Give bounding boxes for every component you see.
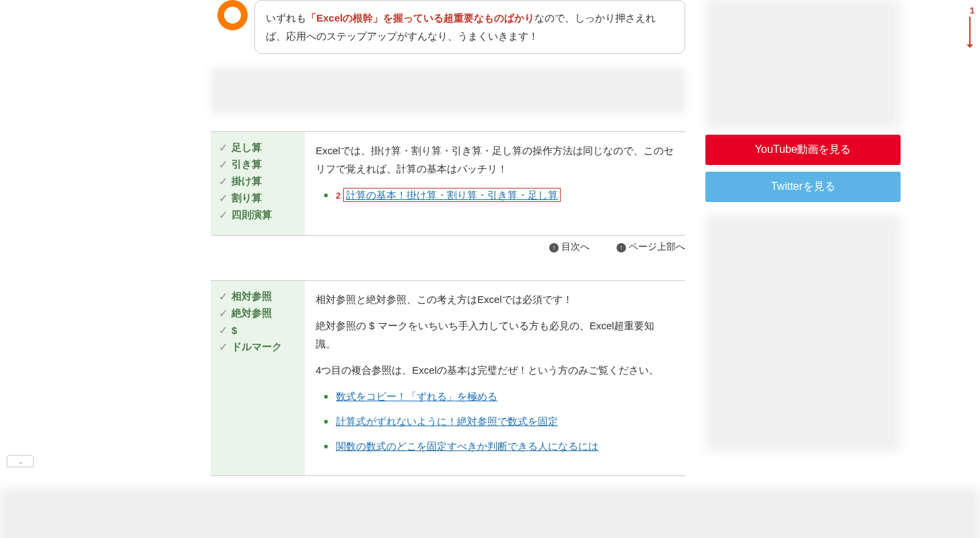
topic-body: 相対参照と絶対参照、この考え方はExcelでは必須です！ 絶対参照の $ マーク… bbox=[305, 281, 685, 475]
topic-text: 相対参照と絶対参照、この考え方はExcelでは必須です！ bbox=[316, 290, 674, 308]
tag-label: 引き算 bbox=[232, 158, 262, 171]
tag-item: ✓ドルマーク bbox=[219, 341, 297, 354]
mascot-icon bbox=[217, 0, 248, 30]
scroll-indicator: 1 bbox=[965, 5, 975, 59]
topic-arithmetic: ✓足し算 ✓引き算 ✓掛け算 ✓割り算 ✓四則演算 Excelでは、掛け算・割り… bbox=[211, 131, 685, 236]
tag-item: ✓$ bbox=[219, 324, 297, 337]
tag-item: ✓絶対参照 bbox=[219, 307, 297, 320]
article-link[interactable]: 関数の数式のどこを固定すべきか判断できる人になるには bbox=[336, 440, 598, 452]
check-icon: ✓ bbox=[219, 341, 228, 354]
twitter-button[interactable]: Twitterを見る bbox=[705, 172, 901, 202]
collapse-button[interactable]: ⌄ bbox=[7, 455, 34, 467]
ad-placeholder bbox=[211, 67, 685, 114]
tag-label: ドルマーク bbox=[232, 341, 282, 354]
sidebar-list-blur bbox=[705, 215, 901, 451]
article-link[interactable]: 計算式がずれないように！絶対参照で数式を固定 bbox=[336, 415, 558, 427]
check-icon: ✓ bbox=[219, 141, 228, 154]
intro-text: いずれも「Excelの根幹」を握っている超重要なものばかりなので、しっかり押さえ… bbox=[254, 0, 685, 54]
check-icon: ✓ bbox=[219, 192, 228, 205]
tag-label: 相対参照 bbox=[232, 290, 272, 303]
link-item: 数式をコピー！「ずれる」を極める bbox=[336, 387, 674, 405]
top-link[interactable]: ↑ページ上部へ bbox=[617, 241, 685, 253]
bottom-ad-blur bbox=[0, 488, 980, 538]
tag-label: 足し算 bbox=[232, 141, 262, 154]
topic-references: ✓相対参照 ✓絶対参照 ✓$ ✓ドルマーク 相対参照と絶対参照、この考え方はEx… bbox=[211, 280, 685, 476]
check-icon: ✓ bbox=[219, 290, 228, 303]
tag-item: ✓足し算 bbox=[219, 141, 297, 154]
check-icon: ✓ bbox=[219, 324, 228, 337]
toc-link[interactable]: ↑目次へ bbox=[549, 241, 590, 253]
tag-label: $ bbox=[232, 325, 237, 336]
arrow-up-icon: ↑ bbox=[549, 243, 559, 253]
topic-body: Excelでは、掛け算・割り算・引き算・足し算の操作方法は同じなので、このセリフ… bbox=[305, 132, 685, 235]
tag-label: 四則演算 bbox=[232, 209, 272, 222]
toc-label: 目次へ bbox=[561, 241, 590, 252]
article-link[interactable]: 数式をコピー！「ずれる」を極める bbox=[336, 391, 497, 402]
topic-text: Excelでは、掛け算・割り算・引き算・足し算の操作方法は同じなので、このセリフ… bbox=[316, 141, 674, 178]
link-item: 関数の数式のどこを固定すべきか判断できる人になるには bbox=[336, 437, 674, 455]
link-item: 計算式がずれないように！絶対参照で数式を固定 bbox=[336, 412, 674, 430]
tag-label: 絶対参照 bbox=[232, 307, 272, 320]
topic-text: 絶対参照の $ マークをいちいち手入力している方も必見の、Excel超重要知識。 bbox=[316, 316, 674, 353]
topic-tags: ✓相対参照 ✓絶対参照 ✓$ ✓ドルマーク bbox=[211, 281, 305, 475]
tag-item: ✓四則演算 bbox=[219, 209, 297, 222]
section-nav: ↑目次へ ↑ページ上部へ bbox=[211, 241, 685, 253]
article-link[interactable]: 計算の基本！掛け算・割り算・引き算・足し算 bbox=[343, 188, 561, 202]
tag-item: ✓割り算 bbox=[219, 192, 297, 205]
intro-block: いずれも「Excelの根幹」を握っている超重要なものばかりなので、しっかり押さえ… bbox=[217, 0, 685, 54]
sidebar-promo-blur bbox=[705, 0, 901, 128]
arrow-down-icon bbox=[969, 17, 971, 47]
check-icon: ✓ bbox=[219, 209, 228, 222]
tag-item: ✓引き算 bbox=[219, 158, 297, 171]
topic-text: 4つ目の複合参照は、Excelの基本は完璧だぜ！という方のみご覧ください。 bbox=[316, 361, 674, 379]
arrow-up-icon: ↑ bbox=[617, 243, 626, 253]
intro-pre: いずれも bbox=[266, 12, 306, 24]
scroll-number: 1 bbox=[965, 5, 975, 15]
annotation-number: 2 bbox=[336, 191, 341, 201]
link-item: 2計算の基本！掛け算・割り算・引き算・足し算 bbox=[336, 186, 674, 204]
check-icon: ✓ bbox=[219, 175, 228, 188]
tag-item: ✓相対参照 bbox=[219, 290, 297, 303]
top-label: ページ上部へ bbox=[629, 241, 685, 252]
intro-highlight: 「Excelの根幹」を握っている超重要なものばかり bbox=[306, 12, 534, 24]
check-icon: ✓ bbox=[219, 307, 228, 320]
check-icon: ✓ bbox=[219, 158, 228, 171]
tag-label: 割り算 bbox=[232, 192, 262, 205]
youtube-button[interactable]: YouTube動画を見る bbox=[705, 135, 901, 165]
topic-tags: ✓足し算 ✓引き算 ✓掛け算 ✓割り算 ✓四則演算 bbox=[211, 132, 305, 235]
tag-item: ✓掛け算 bbox=[219, 175, 297, 188]
tag-label: 掛け算 bbox=[232, 175, 262, 188]
